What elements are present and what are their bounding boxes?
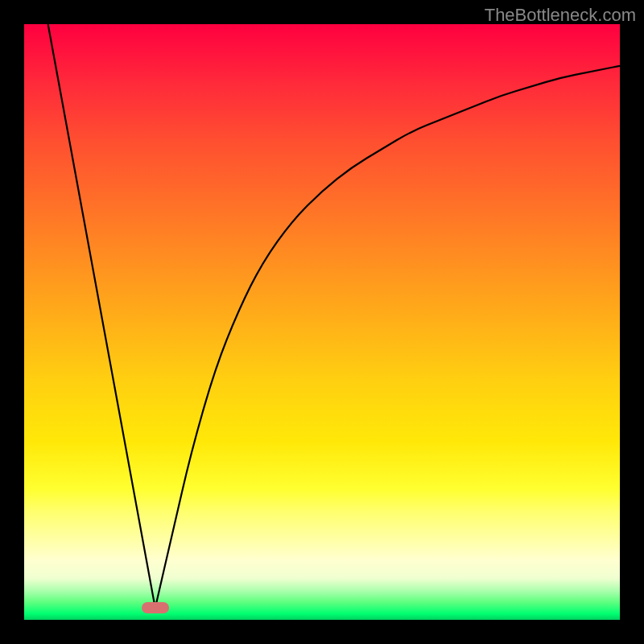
curve-path xyxy=(48,24,620,608)
plot-area xyxy=(24,24,620,620)
watermark-text: TheBottleneck.com xyxy=(485,5,636,26)
bottleneck-curve xyxy=(24,24,620,620)
chart-container: TheBottleneck.com xyxy=(0,0,644,644)
optimal-marker xyxy=(142,602,169,613)
